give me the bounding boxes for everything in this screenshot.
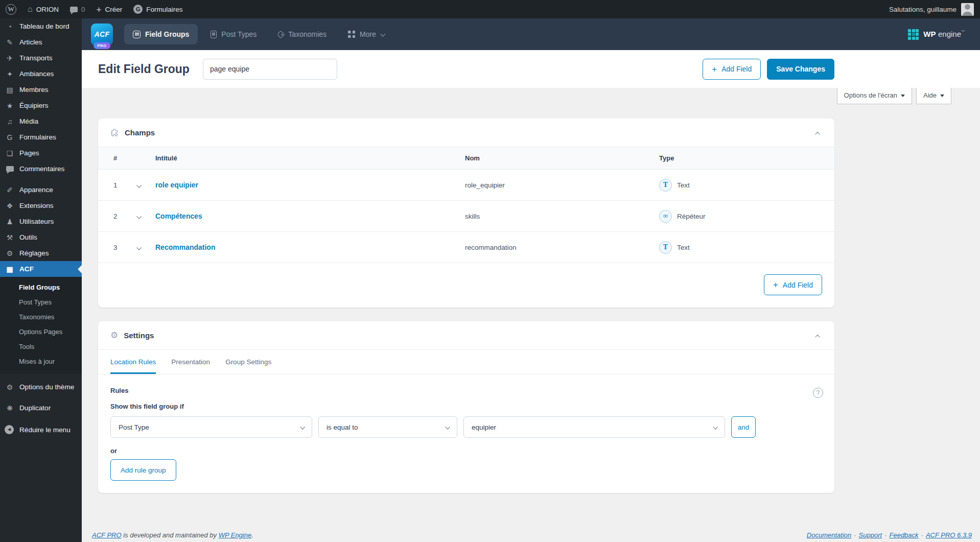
sidebar-item-options-du-theme[interactable]: ⚙ Options du thème: [0, 379, 82, 395]
sidebar-item-transports[interactable]: ✈ Transports: [0, 50, 82, 66]
field-row-recommandation[interactable]: 3 Recommandation recommandation T Text: [98, 232, 834, 263]
site-name-link[interactable]: ⌂ ORION: [22, 0, 64, 18]
field-label-link[interactable]: Recommandation: [155, 243, 215, 251]
rule-operator-select[interactable]: is equal to: [318, 416, 457, 438]
acf-logo-text: ACF: [95, 30, 110, 38]
comments-menu[interactable]: 0: [64, 0, 91, 18]
column-header-num: #: [98, 154, 137, 162]
feedback-link[interactable]: Feedback: [889, 531, 918, 539]
sidebar-item-media[interactable]: ♫ Média: [0, 113, 82, 129]
sidebar-item-label: Outils: [19, 233, 37, 241]
tab-presentation[interactable]: Presentation: [171, 350, 210, 374]
sidebar-item-label: Commentaires: [19, 165, 64, 173]
sidebar-item-duplicator[interactable]: ❋ Duplicator: [0, 400, 82, 416]
acf-submenu-mises-a-jour[interactable]: Mises à jour: [0, 354, 82, 369]
collapse-menu-button[interactable]: ◀ Réduire le menu: [0, 421, 82, 438]
nav-tab-more[interactable]: More: [339, 24, 393, 44]
acf-submenu-taxonomies[interactable]: Taxonomies: [0, 310, 82, 324]
gravity-forms-icon: G: [133, 5, 143, 14]
acf-submenu-options-pages[interactable]: Options Pages: [0, 324, 82, 339]
repeater-type-icon: ∞: [659, 210, 672, 223]
sidebar-item-articles[interactable]: ✎ Articles: [0, 34, 82, 50]
sidebar-item-tableau-de-bord[interactable]: ◔ Tableau de bord: [0, 18, 82, 34]
screen-options-button[interactable]: Options de l'écran: [837, 88, 912, 104]
collapse-panel-button[interactable]: [814, 126, 822, 139]
field-expand-chevron-icon[interactable]: [137, 244, 155, 251]
field-row-competences[interactable]: 2 Compétences skills ∞ Répéteur: [98, 201, 834, 232]
menu-separator: [0, 416, 82, 421]
admin-sidebar: ◔ Tableau de bord ✎ Articles ✈ Transport…: [0, 18, 82, 542]
collapse-panel-button[interactable]: [814, 329, 822, 342]
sidebar-item-pages[interactable]: ❏ Pages: [0, 145, 82, 161]
new-content-menu[interactable]: + Créer: [90, 0, 128, 18]
sidebar-item-commentaires[interactable]: Commentaires: [0, 161, 82, 177]
gravity-forms-menu[interactable]: G Formulaires: [128, 0, 188, 18]
wp-logo-menu[interactable]: W: [0, 0, 22, 18]
duplicator-icon: ❋: [5, 405, 15, 412]
nav-tab-taxonomies[interactable]: Taxonomies: [269, 24, 335, 44]
wp-engine-link[interactable]: WP Engine: [219, 531, 252, 539]
separator: ·: [854, 531, 856, 539]
users-icon: ♟: [5, 218, 15, 225]
acf-submenu-post-types[interactable]: Post Types: [0, 295, 82, 310]
field-order: 2: [98, 213, 137, 220]
sidebar-item-utilisateurs[interactable]: ♟ Utilisateurs: [0, 214, 82, 229]
field-group-title-input[interactable]: [203, 59, 337, 80]
help-button[interactable]: Aide: [916, 88, 951, 104]
tab-location-rules[interactable]: Location Rules: [110, 350, 156, 374]
sidebar-item-label: Équipiers: [19, 102, 49, 109]
nav-tab-post-types[interactable]: Post Types: [202, 24, 265, 44]
settings-panel: ⚙ Settings Location Rules Presentation G…: [98, 321, 834, 493]
sidebar-item-outils[interactable]: ⚒ Outils: [0, 229, 82, 245]
rule-param-select[interactable]: Post Type: [110, 416, 312, 438]
sidebar-item-label: Réglages: [19, 249, 49, 257]
field-type: T Text: [659, 179, 834, 192]
chevron-up-icon: [815, 131, 820, 136]
sidebar-item-label: Ambiances: [19, 70, 54, 78]
add-rule-group-button[interactable]: Add rule group: [110, 459, 176, 481]
sidebar-item-label: Média: [19, 117, 38, 125]
field-order: 1: [98, 181, 137, 189]
acf-logo: ACF PRO: [91, 23, 113, 45]
tab-group-settings[interactable]: Group Settings: [225, 350, 271, 374]
sidebar-item-equipiers[interactable]: ★ Équipiers: [0, 98, 82, 113]
add-and-rule-button[interactable]: and: [731, 416, 756, 438]
home-icon: ⌂: [28, 5, 33, 13]
column-header-type: Type: [659, 154, 834, 162]
acf-submenu-field-groups[interactable]: Field Groups: [0, 280, 82, 295]
gear-icon: ⚙: [5, 384, 15, 391]
add-field-button-top[interactable]: + Add Field: [703, 59, 761, 80]
field-expand-chevron-icon[interactable]: [137, 181, 155, 189]
pages-icon: ❏: [5, 150, 15, 157]
sidebar-item-membres[interactable]: ▤ Membres: [0, 82, 82, 98]
field-expand-chevron-icon[interactable]: [137, 213, 155, 220]
account-menu[interactable]: Salutations, guillaume: [889, 3, 980, 16]
field-label-link[interactable]: role equipier: [155, 181, 198, 189]
field-type: T Text: [659, 241, 834, 254]
field-row-role-equipier[interactable]: 1 role equipier role_equipier T Text: [98, 170, 834, 201]
save-changes-button[interactable]: Save Changes: [767, 59, 834, 80]
sidebar-item-acf[interactable]: ▦ ACF: [0, 261, 82, 277]
acf-submenu-tools[interactable]: Tools: [0, 339, 82, 354]
field-label-link[interactable]: Compétences: [155, 212, 202, 220]
support-link[interactable]: Support: [859, 531, 882, 539]
page-title: Edit Field Group: [98, 62, 190, 76]
sidebar-item-apparence[interactable]: ✐ Apparence: [0, 182, 82, 198]
help-tip-icon[interactable]: ?: [813, 388, 823, 398]
documentation-link[interactable]: Documentation: [807, 531, 851, 539]
nav-tab-field-groups[interactable]: Field Groups: [124, 24, 198, 44]
appearance-icon: ✐: [5, 186, 15, 194]
comments-icon: [5, 166, 15, 173]
or-label: or: [110, 447, 822, 455]
sidebar-item-ambiances[interactable]: ✦ Ambiances: [0, 66, 82, 82]
rule-value-select[interactable]: equipier: [463, 416, 725, 438]
tools-icon: ⚒: [5, 234, 15, 241]
menu-separator: [0, 177, 82, 182]
sidebar-item-formulaires[interactable]: G Formulaires: [0, 129, 82, 145]
add-field-button-bottom[interactable]: + Add Field: [764, 274, 822, 295]
sidebar-item-extensions[interactable]: ❖ Extensions: [0, 198, 82, 214]
acf-version-link[interactable]: ACF PRO 6.3.9: [926, 531, 972, 539]
sidebar-item-reglages[interactable]: ⚙ Réglages: [0, 245, 82, 261]
nav-tab-label: More: [360, 30, 376, 38]
acf-pro-link[interactable]: ACF PRO: [92, 531, 122, 539]
